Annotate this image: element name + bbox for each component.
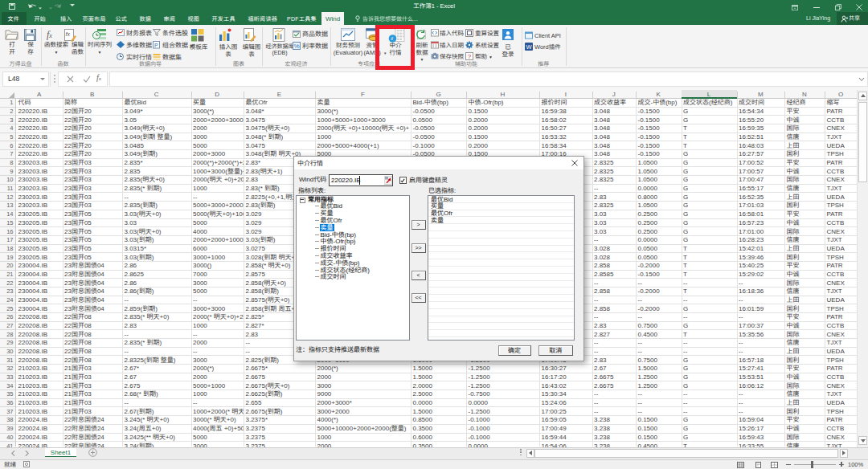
svg-text:%: % [294,43,300,50]
svg-text:fx: fx [66,31,71,37]
svg-text:?: ? [468,53,472,60]
svg-text:W: W [526,43,533,51]
svg-text:P: P [154,43,158,48]
